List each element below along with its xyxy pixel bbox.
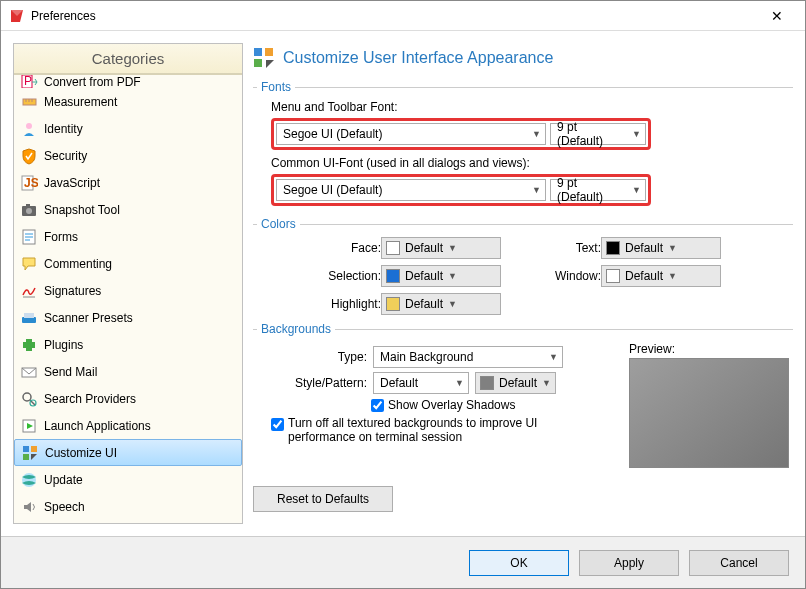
sidebar-item-label: Plugins bbox=[44, 338, 236, 352]
selection-value: Default bbox=[405, 269, 443, 283]
svg-rect-31 bbox=[23, 454, 29, 460]
chevron-down-icon: ▼ bbox=[455, 378, 464, 388]
sidebar-item-security[interactable]: Security bbox=[14, 142, 242, 169]
chevron-down-icon: ▼ bbox=[668, 271, 677, 281]
bg-style-color-button[interactable]: Default▼ bbox=[475, 372, 556, 394]
turnoff-textures-label: Turn off all textured backgrounds to imp… bbox=[288, 416, 558, 444]
sidebar-item-label: Update bbox=[44, 473, 236, 487]
sidebar-item-javascript[interactable]: JSJavaScript bbox=[14, 169, 242, 196]
svg-rect-13 bbox=[26, 204, 30, 207]
fonts-group-title: Fonts bbox=[257, 80, 295, 94]
menu-font-size-value: 9 pt (Default) bbox=[557, 120, 626, 148]
chevron-down-icon: ▼ bbox=[448, 299, 457, 309]
sidebar-item-label: Commenting bbox=[44, 257, 236, 271]
common-font-label: Common UI-Font (used in all dialogs and … bbox=[271, 156, 789, 170]
bg-style-swatch bbox=[480, 376, 494, 390]
searchproviders-icon bbox=[20, 390, 38, 408]
common-font-size-value: 9 pt (Default) bbox=[557, 176, 626, 204]
chevron-down-icon: ▼ bbox=[549, 352, 558, 362]
reset-to-defaults-button[interactable]: Reset to Defaults bbox=[253, 486, 393, 512]
categories-list[interactable]: PConvert from PDFMeasurementIdentitySecu… bbox=[14, 74, 242, 523]
app-icon bbox=[9, 8, 25, 24]
overlay-shadows-label: Show Overlay Shadows bbox=[388, 398, 515, 412]
chevron-down-icon: ▼ bbox=[448, 243, 457, 253]
selection-label: Selection: bbox=[271, 269, 381, 283]
svg-point-22 bbox=[31, 343, 34, 346]
launchapps-icon bbox=[20, 417, 38, 435]
turnoff-textures-input[interactable] bbox=[271, 418, 284, 431]
snapshot-icon bbox=[20, 201, 38, 219]
chevron-down-icon: ▼ bbox=[632, 129, 641, 139]
bg-type-combo[interactable]: Main Background▼ bbox=[373, 346, 563, 368]
sidebar-item-sendmail[interactable]: Send Mail bbox=[14, 358, 242, 385]
turnoff-textures-checkbox[interactable]: Turn off all textured backgrounds to imp… bbox=[271, 416, 558, 444]
titlebar: Preferences ✕ bbox=[1, 1, 805, 31]
sidebar-item-label: Speech bbox=[44, 500, 236, 514]
svg-rect-33 bbox=[254, 48, 262, 56]
menu-font-combo[interactable]: Segoe UI (Default)▼ bbox=[276, 123, 546, 145]
sidebar-item-label: JavaScript bbox=[44, 176, 236, 190]
sidebar-item-update[interactable]: Update bbox=[14, 466, 242, 493]
sidebar-item-searchproviders[interactable]: Search Providers bbox=[14, 385, 242, 412]
highlight-label: Highlight: bbox=[271, 297, 381, 311]
signatures-icon bbox=[20, 282, 38, 300]
sidebar-item-convertfrompdf[interactable]: PConvert from PDF bbox=[14, 75, 242, 88]
sidebar-item-identity[interactable]: Identity bbox=[14, 115, 242, 142]
categories-panel: Categories PConvert from PDFMeasurementI… bbox=[13, 43, 243, 524]
svg-rect-35 bbox=[254, 59, 262, 67]
sidebar-item-measurement[interactable]: Measurement bbox=[14, 88, 242, 115]
window-label: Window: bbox=[501, 269, 601, 283]
customizeui-icon bbox=[21, 444, 39, 462]
sidebar-item-label: Snapshot Tool bbox=[44, 203, 236, 217]
commenting-icon bbox=[20, 255, 38, 273]
page-header: Customize User Interface Appearance bbox=[253, 43, 793, 77]
sidebar-item-customizeui[interactable]: Customize UI bbox=[14, 439, 242, 466]
page-title: Customize User Interface Appearance bbox=[283, 49, 553, 67]
face-color-button[interactable]: Default▼ bbox=[381, 237, 501, 259]
close-button[interactable]: ✕ bbox=[757, 8, 797, 24]
common-font-size-combo[interactable]: 9 pt (Default)▼ bbox=[550, 179, 646, 201]
text-color-button[interactable]: Default▼ bbox=[601, 237, 721, 259]
overlay-shadows-checkbox[interactable]: Show Overlay Shadows bbox=[371, 398, 515, 412]
sidebar-item-scanner[interactable]: Scanner Presets bbox=[14, 304, 242, 331]
face-label: Face: bbox=[271, 241, 381, 255]
sidebar-item-signatures[interactable]: Signatures bbox=[14, 277, 242, 304]
apply-button[interactable]: Apply bbox=[579, 550, 679, 576]
highlight-swatch bbox=[386, 297, 400, 311]
bg-type-value: Main Background bbox=[380, 350, 473, 364]
preview-label: Preview: bbox=[629, 342, 789, 356]
sidebar-item-launchapps[interactable]: Launch Applications bbox=[14, 412, 242, 439]
overlay-shadows-input[interactable] bbox=[371, 399, 384, 412]
svg-rect-34 bbox=[265, 48, 273, 56]
sidebar-item-label: Send Mail bbox=[44, 365, 236, 379]
sidebar-item-speech[interactable]: Speech bbox=[14, 493, 242, 520]
plugins-icon bbox=[20, 336, 38, 354]
face-swatch bbox=[386, 241, 400, 255]
cancel-button[interactable]: Cancel bbox=[689, 550, 789, 576]
text-swatch bbox=[606, 241, 620, 255]
forms-icon bbox=[20, 228, 38, 246]
sidebar-item-plugins[interactable]: Plugins bbox=[14, 331, 242, 358]
menu-font-label: Menu and Toolbar Font: bbox=[271, 100, 789, 114]
sidebar-item-label: Launch Applications bbox=[44, 419, 236, 433]
svg-point-21 bbox=[28, 340, 31, 343]
menu-font-size-combo[interactable]: 9 pt (Default)▼ bbox=[550, 123, 646, 145]
common-font-combo[interactable]: Segoe UI (Default)▼ bbox=[276, 179, 546, 201]
highlight-color-button[interactable]: Default▼ bbox=[381, 293, 501, 315]
chevron-down-icon: ▼ bbox=[532, 185, 541, 195]
sidebar-item-commenting[interactable]: Commenting bbox=[14, 250, 242, 277]
sidebar-item-forms[interactable]: Forms bbox=[14, 223, 242, 250]
sidebar-item-label: Signatures bbox=[44, 284, 236, 298]
sidebar-item-snapshot[interactable]: Snapshot Tool bbox=[14, 196, 242, 223]
bg-style-combo[interactable]: Default▼ bbox=[373, 372, 469, 394]
window-color-button[interactable]: Default▼ bbox=[601, 265, 721, 287]
svg-point-24 bbox=[23, 393, 31, 401]
ok-button[interactable]: OK bbox=[469, 550, 569, 576]
fonts-group: Fonts Menu and Toolbar Font: Segoe UI (D… bbox=[253, 87, 793, 214]
categories-header: Categories bbox=[14, 44, 242, 74]
dialog-footer: OK Apply Cancel bbox=[1, 536, 805, 588]
svg-rect-30 bbox=[31, 446, 37, 452]
convertfrompdf-icon: P bbox=[20, 75, 38, 88]
sidebar-item-label: Customize UI bbox=[45, 446, 235, 460]
selection-color-button[interactable]: Default▼ bbox=[381, 265, 501, 287]
